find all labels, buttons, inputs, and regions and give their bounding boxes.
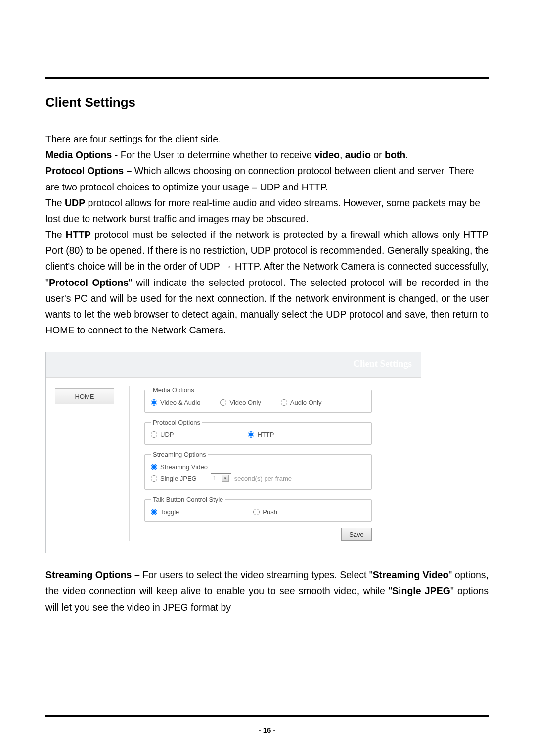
text: or (371, 149, 385, 160)
streaming-paragraph: Streaming Options – For users to select … (45, 567, 489, 615)
panel-body: HOME Media Options Video & Audio Video O… (46, 377, 421, 553)
bold-both: both (385, 149, 405, 160)
seconds-select[interactable]: 1 ▼ (211, 473, 231, 483)
body-text: There are four settings for the client s… (45, 131, 489, 338)
talk-button-legend: Talk Button Control Style (151, 496, 225, 503)
radio-input[interactable] (248, 431, 254, 438)
save-row: Save (144, 528, 372, 541)
bold-udp: UDP (65, 197, 85, 208)
streaming-options-legend: Streaming Options (151, 451, 208, 458)
radio-label: Streaming Video (160, 463, 208, 471)
home-button[interactable]: HOME (55, 388, 114, 404)
media-options-legend: Media Options (151, 386, 196, 394)
text: , (340, 149, 345, 160)
protocol-options-line: Protocol Options – Which allows choosing… (45, 163, 489, 194)
panel-title: Client Settings (353, 358, 412, 369)
protocol-options-group: Protocol Options UDP HTTP (144, 419, 372, 445)
radio-audio-only[interactable]: Audio Only (281, 399, 322, 406)
seconds-unit-label: second(s) per frame (234, 475, 292, 482)
bold-video: video (314, 149, 340, 160)
text: . (405, 149, 408, 160)
client-settings-panel: Client Settings HOME Media Options Video… (45, 352, 421, 553)
text: For users to select the video streaming … (142, 569, 373, 580)
text: The (45, 197, 65, 208)
radio-label: Single JPEG (160, 475, 197, 482)
streaming-options-label: Streaming Options – (45, 569, 142, 580)
radio-single-jpeg[interactable]: Single JPEG (151, 475, 197, 482)
panel-form: Media Options Video & Audio Video Only A… (129, 386, 412, 541)
radio-label: Video & Audio (160, 399, 200, 406)
radio-push[interactable]: Push (253, 508, 277, 516)
bottom-rule (45, 715, 489, 717)
media-options-group: Media Options Video & Audio Video Only A… (144, 386, 372, 413)
radio-streaming-video[interactable]: Streaming Video (151, 463, 208, 471)
select-value: 1 (213, 475, 217, 482)
top-rule (45, 77, 489, 79)
streaming-options-group: Streaming Options Streaming Video Single… (144, 451, 372, 490)
bold-streaming-video: Streaming Video (373, 569, 449, 580)
bold-audio: audio (345, 149, 371, 160)
bold-protocol-options: Protocol Options (49, 277, 129, 288)
intro-line: There are four settings for the client s… (45, 131, 489, 147)
udp-line: The UDP protocol allows for more real-ti… (45, 195, 489, 227)
radio-input[interactable] (151, 431, 157, 438)
radio-http[interactable]: HTTP (248, 431, 274, 438)
radio-label: Push (263, 508, 277, 516)
media-options-line: Media Options - For the User to determin… (45, 147, 489, 163)
bold-http: HTTP (66, 229, 91, 240)
text: For the User to determine whether to rec… (121, 149, 314, 160)
radio-label: Toggle (160, 508, 179, 516)
panel-sidebar: HOME (55, 386, 129, 541)
text: The (45, 229, 66, 240)
talk-button-group: Talk Button Control Style Toggle Push (144, 496, 372, 522)
radio-label: UDP (160, 431, 174, 438)
radio-udp[interactable]: UDP (151, 431, 174, 438)
text: protocol allows for more real-time audio… (45, 197, 480, 224)
radio-label: HTTP (257, 431, 274, 438)
radio-input[interactable] (220, 399, 226, 406)
radio-video-audio[interactable]: Video & Audio (151, 399, 200, 406)
radio-input[interactable] (151, 509, 157, 515)
radio-toggle[interactable]: Toggle (151, 508, 179, 516)
panel-header: Client Settings (46, 352, 421, 377)
radio-input[interactable] (151, 464, 157, 470)
radio-label: Video Only (229, 399, 261, 406)
radio-video-only[interactable]: Video Only (220, 399, 261, 406)
media-options-label: Media Options - (45, 149, 121, 160)
save-button[interactable]: Save (341, 528, 372, 541)
page-number: - 16 - (0, 726, 534, 734)
chevron-down-icon: ▼ (222, 475, 229, 482)
protocol-options-label: Protocol Options – (45, 165, 134, 176)
bold-single-jpeg: Single JPEG (392, 585, 450, 596)
radio-input[interactable] (253, 509, 260, 515)
page-heading: Client Settings (45, 95, 489, 110)
radio-label: Audio Only (290, 399, 322, 406)
radio-input[interactable] (151, 475, 157, 482)
radio-input[interactable] (151, 399, 157, 406)
protocol-options-legend: Protocol Options (151, 419, 202, 426)
radio-input[interactable] (281, 399, 287, 406)
http-paragraph: The HTTP protocol must be selected if th… (45, 227, 489, 338)
